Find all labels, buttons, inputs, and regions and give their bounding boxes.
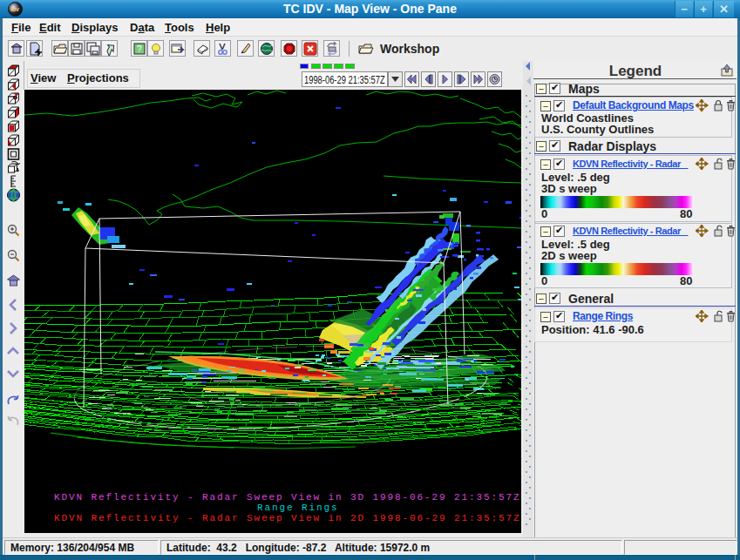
svg-text:Range Rings: Range Rings	[257, 503, 339, 513]
svg-text:?: ?	[137, 44, 142, 54]
svg-text:KDVN Reflectivity - Radar Swee: KDVN Reflectivity - Radar Sweep View in …	[54, 492, 521, 503]
svg-text:KDVN Reflectivity - Radar Swee: KDVN Reflectivity - Radar Sweep View in …	[54, 513, 521, 523]
